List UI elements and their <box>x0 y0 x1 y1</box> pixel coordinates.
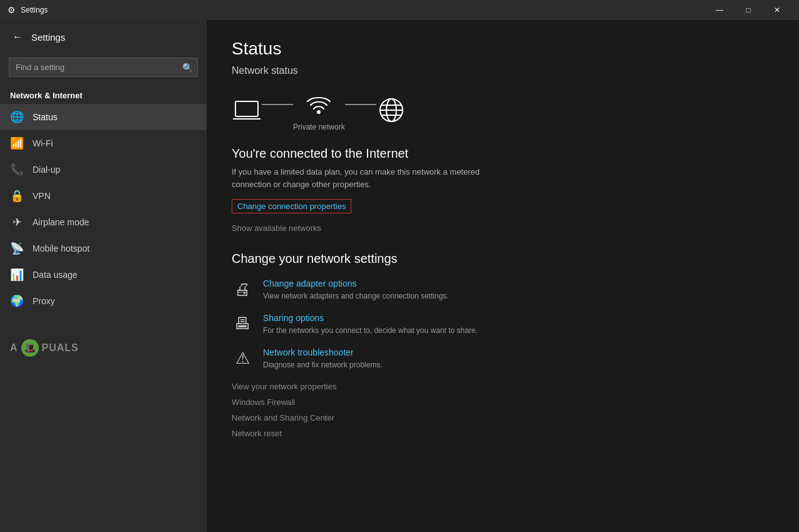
adapter-desc: View network adapters and change connect… <box>263 292 449 300</box>
wifi-icon: 📶 <box>10 136 24 150</box>
wifi-device: Private network <box>293 89 345 131</box>
sidebar-item-label-airplane: Airplane mode <box>33 217 89 227</box>
svg-point-2 <box>317 111 320 113</box>
sidebar-item-label-hotspot: Mobile hotspot <box>33 243 90 253</box>
vpn-icon: 🔒 <box>10 189 24 203</box>
sidebar-item-airplane[interactable]: ✈Airplane mode <box>0 209 207 235</box>
sharing-link[interactable]: Sharing options <box>263 313 478 323</box>
sidebar-item-hotspot[interactable]: 📡Mobile hotspot <box>0 235 207 262</box>
adapter-icon: 🖨 <box>232 280 253 299</box>
sidebar-item-status[interactable]: 🌐Status <box>0 104 207 130</box>
logo-text-rest: PUALS <box>42 342 79 354</box>
sharing-icon: 🖶 <box>232 314 253 334</box>
troubleshooter-link[interactable]: Network troubleshooter <box>263 347 383 357</box>
wifi-icon <box>304 89 334 119</box>
search-box: 🔍 <box>9 58 198 77</box>
troubleshooter-desc: Diagnose and fix network problems. <box>263 361 383 369</box>
sidebar-item-wifi[interactable]: 📶Wi-Fi <box>0 130 207 156</box>
adapter-text: Change adapter options View network adap… <box>263 279 449 300</box>
proxy-icon: 🌍 <box>10 294 24 308</box>
settings-item-troubleshooter: ⚠ Network troubleshooter Diagnose and fi… <box>232 347 774 369</box>
network-name-label: Private network <box>293 123 345 131</box>
logo-face-icon: 🎩 <box>21 339 39 357</box>
network-diagram: Private network <box>232 89 774 131</box>
titlebar: ⚙ Settings — □ ✕ <box>0 0 799 20</box>
show-available-networks-link[interactable]: Show available networks <box>232 223 774 233</box>
sidebar-item-datausage[interactable]: 📊Data usage <box>0 262 207 288</box>
sidebar-app-title: Settings <box>31 32 65 43</box>
troubleshooter-icon: ⚠ <box>232 349 253 368</box>
sidebar-item-label-dialup: Dial-up <box>33 165 60 175</box>
sidebar-item-label-proxy: Proxy <box>33 296 55 306</box>
laptop-device <box>232 95 262 125</box>
datausage-icon: 📊 <box>10 268 24 282</box>
change-connection-properties-link[interactable]: Change connection properties <box>232 199 351 213</box>
settings-item-adapter: 🖨 Change adapter options View network ad… <box>232 279 774 300</box>
extra-link-network-and-sharing-center[interactable]: Network and Sharing Center <box>232 413 774 422</box>
nav-items-container: 🌐Status📶Wi-Fi📞Dial-up🔒VPN✈Airplane mode📡… <box>0 104 207 314</box>
search-input[interactable] <box>9 58 198 77</box>
change-settings-title: Change your network settings <box>232 252 774 266</box>
titlebar-icon: ⚙ <box>8 5 16 15</box>
extra-link-windows-firewall[interactable]: Windows Firewall <box>232 397 774 407</box>
sidebar-item-label-wifi: Wi-Fi <box>33 138 53 148</box>
titlebar-controls: — □ ✕ <box>705 0 791 20</box>
settings-item-sharing: 🖶 Sharing options For the networks you c… <box>232 313 774 335</box>
network-status-label: Network status <box>232 65 774 76</box>
sharing-text: Sharing options For the networks you con… <box>263 313 478 335</box>
sidebar-item-label-vpn: VPN <box>33 191 51 201</box>
extra-link-network-reset[interactable]: Network reset <box>232 429 774 438</box>
airplane-icon: ✈ <box>10 215 24 229</box>
connected-heading: You're connected to the Internet <box>232 146 774 161</box>
line-2 <box>345 104 376 105</box>
hotspot-icon: 📡 <box>10 242 24 255</box>
laptop-icon <box>232 95 262 125</box>
sidebar-item-label-datausage: Data usage <box>33 270 78 280</box>
sidebar-item-label-status: Status <box>33 112 58 122</box>
globe-device <box>376 95 406 125</box>
sidebar: ← Settings 🔍 Network & Internet 🌐Status📶… <box>0 20 207 532</box>
sidebar-item-proxy[interactable]: 🌍Proxy <box>0 288 207 314</box>
line-1 <box>262 104 293 105</box>
maximize-button[interactable]: □ <box>734 0 763 20</box>
logo-text-a: A <box>10 342 18 354</box>
back-button[interactable]: ← <box>10 29 25 45</box>
extra-links-container: View your network propertiesWindows Fire… <box>232 382 774 438</box>
app-body: ← Settings 🔍 Network & Internet 🌐Status📶… <box>0 20 799 532</box>
status-icon: 🌐 <box>10 110 24 124</box>
main-content: Status Network status Private net <box>207 20 799 532</box>
page-title: Status <box>232 39 774 59</box>
extra-link-view-your-network-properties[interactable]: View your network properties <box>232 382 774 391</box>
titlebar-title: Settings <box>21 6 705 14</box>
troubleshooter-text: Network troubleshooter Diagnose and fix … <box>263 347 383 369</box>
sidebar-item-dialup[interactable]: 📞Dial-up <box>0 156 207 183</box>
svg-rect-0 <box>235 101 258 116</box>
sidebar-header: ← Settings <box>0 20 207 54</box>
settings-items-container: 🖨 Change adapter options View network ad… <box>232 279 774 369</box>
search-icon[interactable]: 🔍 <box>182 63 193 73</box>
sidebar-section-label: Network & Internet <box>0 86 207 104</box>
globe-icon <box>376 95 406 125</box>
close-button[interactable]: ✕ <box>763 0 791 20</box>
dialup-icon: 📞 <box>10 163 24 176</box>
sharing-desc: For the networks you connect to, decide … <box>263 326 478 335</box>
connected-desc: If you have a limited data plan, you can… <box>232 166 495 190</box>
appuals-logo: A 🎩 PUALS <box>0 327 207 369</box>
adapter-link[interactable]: Change adapter options <box>263 279 449 289</box>
sidebar-item-vpn[interactable]: 🔒VPN <box>0 183 207 209</box>
minimize-button[interactable]: — <box>705 0 734 20</box>
